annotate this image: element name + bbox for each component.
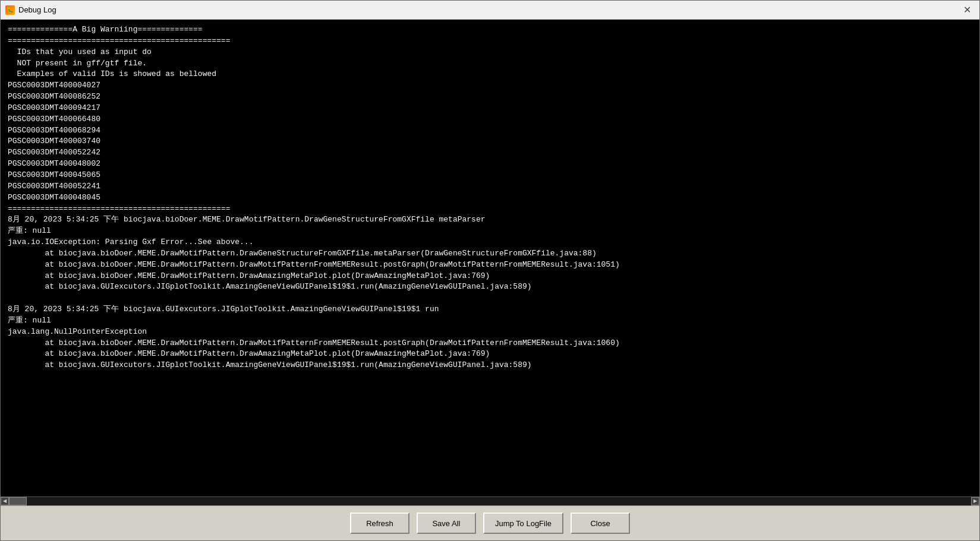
refresh-button[interactable]: Refresh — [350, 512, 409, 534]
scroll-left-button[interactable]: ◀ — [1, 497, 9, 505]
save-all-button[interactable]: Save All — [417, 512, 476, 534]
log-area[interactable]: ==============A Big Warniing============… — [1, 20, 979, 496]
window-close-button[interactable]: ✕ — [959, 2, 975, 18]
horizontal-scroll-track[interactable] — [9, 497, 971, 505]
title-bar: 🐛 Debug Log ✕ — [1, 1, 979, 20]
scroll-right-button[interactable]: ▶ — [971, 497, 979, 505]
dialog-title: Debug Log — [18, 5, 56, 14]
log-content: ==============A Big Warniing============… — [8, 24, 972, 371]
debug-log-dialog: 🐛 Debug Log ✕ ==============A Big Warnii… — [0, 0, 980, 541]
horizontal-scrollbar: ◀ ▶ — [1, 496, 979, 505]
app-icon: 🐛 — [5, 5, 15, 15]
bottom-bar: Refresh Save All Jump To LogFile Close — [1, 505, 979, 540]
close-button[interactable]: Close — [571, 512, 630, 534]
jump-to-logfile-button[interactable]: Jump To LogFile — [483, 512, 563, 534]
horizontal-scroll-thumb[interactable] — [9, 497, 27, 505]
title-bar-left: 🐛 Debug Log — [5, 5, 56, 15]
